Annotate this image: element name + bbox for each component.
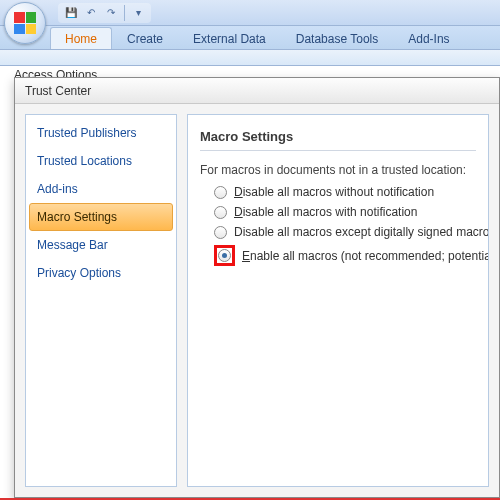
radio-icon[interactable] [214, 186, 227, 199]
tab-external-data[interactable]: External Data [178, 27, 281, 49]
category-add-ins[interactable]: Add-ins [29, 175, 173, 203]
qat-divider [124, 5, 125, 21]
title-bar: 💾 ↶ ↷ ▾ [0, 0, 500, 26]
radio-icon[interactable] [214, 206, 227, 219]
trust-center-dialog: Trust Center Trusted PublishersTrusted L… [14, 77, 500, 498]
ribbon-tabs: HomeCreateExternal DataDatabase ToolsAdd… [0, 26, 500, 50]
category-macro-settings[interactable]: Macro Settings [29, 203, 173, 231]
quick-access-toolbar: 💾 ↶ ↷ ▾ [58, 3, 151, 23]
qat-save-icon[interactable]: 💾 [62, 4, 80, 22]
tab-add-ins[interactable]: Add-Ins [393, 27, 464, 49]
section-intro: For macros in documents not in a trusted… [200, 163, 476, 177]
dialog-title: Trust Center [15, 78, 499, 104]
office-button[interactable] [4, 2, 46, 44]
macro-option-2[interactable]: Disable all macros except digitally sign… [214, 225, 476, 239]
option-label: Disable all macros without notification [234, 185, 434, 199]
radio-icon[interactable] [218, 249, 231, 262]
option-label: Disable all macros with notification [234, 205, 417, 219]
option-label: Enable all macros (not recommended; pote… [242, 249, 489, 263]
ribbon-body [0, 50, 500, 66]
qat-customize-icon[interactable]: ▾ [129, 4, 147, 22]
tab-home[interactable]: Home [50, 27, 112, 49]
category-trusted-locations[interactable]: Trusted Locations [29, 147, 173, 175]
settings-panel: Macro Settings For macros in documents n… [187, 114, 489, 487]
qat-redo-icon[interactable]: ↷ [102, 4, 120, 22]
category-trusted-publishers[interactable]: Trusted Publishers [29, 119, 173, 147]
section-heading: Macro Settings [200, 129, 476, 150]
category-privacy-options[interactable]: Privacy Options [29, 259, 173, 287]
macro-option-0[interactable]: Disable all macros without notification [214, 185, 476, 199]
macro-option-3[interactable]: Enable all macros (not recommended; pote… [214, 245, 476, 266]
tab-create[interactable]: Create [112, 27, 178, 49]
macro-option-1[interactable]: Disable all macros with notification [214, 205, 476, 219]
macro-options: Disable all macros without notificationD… [200, 185, 476, 266]
section-divider [200, 150, 476, 151]
radio-icon[interactable] [214, 226, 227, 239]
office-logo-icon [14, 12, 36, 34]
tab-database-tools[interactable]: Database Tools [281, 27, 394, 49]
category-list: Trusted PublishersTrusted LocationsAdd-i… [25, 114, 177, 487]
option-label: Disable all macros except digitally sign… [234, 225, 489, 239]
category-message-bar[interactable]: Message Bar [29, 231, 173, 259]
qat-undo-icon[interactable]: ↶ [82, 4, 100, 22]
dialog-body: Trusted PublishersTrusted LocationsAdd-i… [15, 104, 499, 497]
